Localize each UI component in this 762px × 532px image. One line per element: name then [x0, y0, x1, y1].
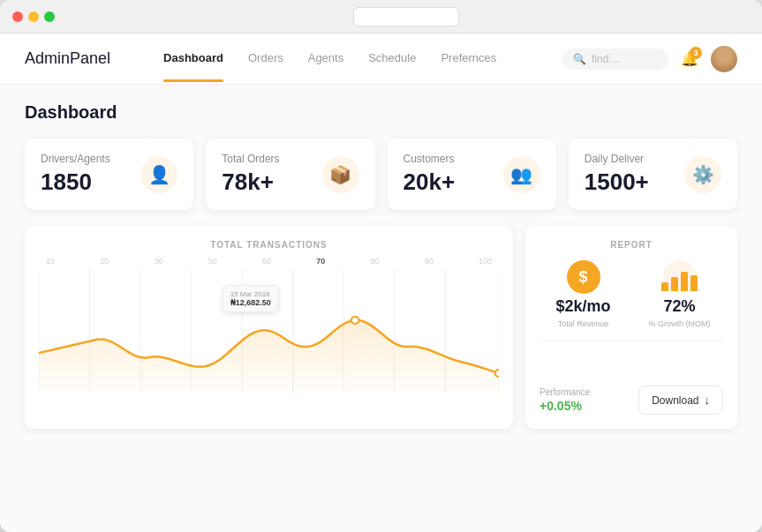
x-label-10: 10: [46, 257, 55, 266]
stat-info-drivers: Drivers/Agents 1850: [41, 153, 110, 196]
stat-icon-drivers: 👤: [140, 156, 177, 193]
stat-label-deliver: Daily Deliver: [585, 153, 649, 165]
x-label-90: 90: [425, 257, 434, 266]
report-bottom: Performance +0.05% Download ↓: [539, 386, 723, 415]
nav-schedule[interactable]: Schedule: [368, 51, 416, 66]
stat-label-drivers: Drivers/Agents: [41, 153, 110, 165]
page-title: Dashboard: [25, 102, 737, 123]
main-content: Dashboard Drivers/Agents 1850 👤 Total Or…: [0, 85, 762, 532]
growth-value: 72%: [663, 297, 695, 316]
x-label-30: 30: [154, 257, 162, 266]
download-label: Download: [652, 394, 698, 407]
stat-value-orders: 78k+: [222, 169, 279, 196]
stat-value-deliver: 1500+: [585, 169, 649, 196]
bar-2: [671, 277, 678, 291]
transaction-chart-card: TOTAL TRANSACTIONS 10 20 30 50 60 70 80 …: [25, 226, 513, 429]
brand-logo: AdminPanel: [25, 49, 110, 68]
revenue-label: Total Revenue: [558, 319, 609, 328]
top-nav: AdminPanel Dashboard Orders Agents Sched…: [0, 34, 762, 85]
stat-value-drivers: 1850: [41, 169, 110, 196]
search-box[interactable]: 🔍 find...: [562, 49, 668, 70]
tooltip-date: 15 Mar 2018: [230, 290, 271, 298]
traffic-lights: [12, 11, 55, 22]
charts-row: TOTAL TRANSACTIONS 10 20 30 50 60 70 80 …: [25, 226, 737, 429]
stat-info-customers: Customers 20k+: [404, 153, 456, 196]
brand-normal: Panel: [70, 49, 110, 67]
growth-icon-wrap: [663, 260, 697, 294]
report-divider: [539, 341, 723, 341]
user-avatar[interactable]: [711, 46, 737, 72]
revenue-value: $2k/mo: [555, 297, 610, 316]
metric-growth: 72% % Growth (MOM): [636, 260, 723, 328]
customers-icon: 👥: [510, 164, 532, 185]
browser-window: AdminPanel Dashboard Orders Agents Sched…: [0, 0, 762, 532]
x-label-60: 60: [262, 257, 271, 266]
nav-orders[interactable]: Orders: [248, 51, 283, 66]
stat-label-orders: Total Orders: [222, 153, 279, 165]
deliver-icon: ⚙️: [692, 164, 714, 185]
url-bar[interactable]: [353, 7, 459, 26]
stat-info-deliver: Daily Deliver 1500+: [585, 153, 649, 196]
nav-links: Dashboard Orders Agents Schedule Prefern…: [163, 51, 562, 66]
performance-value: +0.05%: [539, 399, 590, 413]
stats-row: Drivers/Agents 1850 👤 Total Orders 78k+ …: [25, 139, 737, 210]
avatar-image: [711, 46, 737, 72]
stat-value-customers: 20k+: [404, 169, 456, 196]
nav-dashboard[interactable]: Dashboard: [163, 51, 223, 66]
stat-icon-deliver: ⚙️: [684, 156, 721, 193]
revenue-icon-wrap: $: [567, 260, 600, 294]
bar-1: [661, 282, 668, 291]
download-button[interactable]: Download ↓: [638, 386, 723, 415]
x-axis: 10 20 30 50 60 70 80 90 100: [39, 257, 499, 266]
app-content: AdminPanel Dashboard Orders Agents Sched…: [0, 34, 762, 532]
minimize-button[interactable]: [28, 11, 39, 22]
orders-icon: 📦: [329, 164, 351, 185]
x-label-100: 100: [479, 257, 492, 266]
chart-area: 15 Mar 2018 ₦12,682.50: [39, 269, 499, 415]
growth-label: % Growth (MOM): [648, 319, 710, 328]
stat-card-orders: Total Orders 78k+ 📦: [206, 139, 374, 210]
x-label-20: 20: [100, 257, 109, 266]
report-card: REPORT $ $2k/mo Total Revenue: [525, 226, 737, 429]
dollar-icon: $: [578, 268, 587, 287]
agent-icon: 👤: [148, 164, 170, 185]
x-label-50: 50: [208, 257, 217, 266]
download-icon: ↓: [705, 393, 711, 407]
brand-bold: Admin: [25, 49, 70, 67]
browser-chrome: [0, 0, 762, 34]
notification-badge: 3: [690, 47, 702, 59]
nav-right: 🔍 find... 🔔 3: [562, 46, 737, 72]
bar-chart-mini-icon: [661, 263, 698, 291]
search-icon: 🔍: [573, 53, 586, 65]
nav-agents[interactable]: Agents: [308, 51, 343, 66]
notification-button[interactable]: 🔔 3: [681, 50, 698, 67]
bar-4: [690, 275, 698, 291]
stat-card-drivers: Drivers/Agents 1850 👤: [25, 139, 193, 210]
performance-label: Performance: [539, 387, 590, 397]
stat-info-orders: Total Orders 78k+: [222, 153, 279, 196]
nav-preferences[interactable]: Prefernces: [441, 51, 496, 66]
maximize-button[interactable]: [44, 11, 55, 22]
transaction-chart-title: TOTAL TRANSACTIONS: [39, 240, 499, 250]
stat-icon-orders: 📦: [322, 156, 359, 193]
stat-icon-customers: 👥: [503, 156, 540, 193]
bar-3: [681, 272, 688, 291]
stat-card-deliver: Daily Deliver 1500+ ⚙️: [569, 139, 737, 210]
close-button[interactable]: [12, 11, 23, 22]
svg-point-11: [352, 318, 358, 323]
stat-card-customers: Customers 20k+ 👥: [388, 139, 556, 210]
performance-section: Performance +0.05%: [539, 387, 590, 413]
report-title: REPORT: [539, 240, 723, 250]
x-label-80: 80: [370, 257, 379, 266]
report-metrics: $ $2k/mo Total Revenue: [539, 260, 723, 328]
metric-revenue: $ $2k/mo Total Revenue: [539, 260, 627, 328]
stat-label-customers: Customers: [404, 153, 456, 165]
x-label-70: 70: [316, 257, 325, 266]
search-input[interactable]: find...: [592, 53, 653, 65]
chart-tooltip: 15 Mar 2018 ₦12,682.50: [223, 285, 279, 312]
tooltip-amount: ₦12,682.50: [230, 298, 271, 307]
